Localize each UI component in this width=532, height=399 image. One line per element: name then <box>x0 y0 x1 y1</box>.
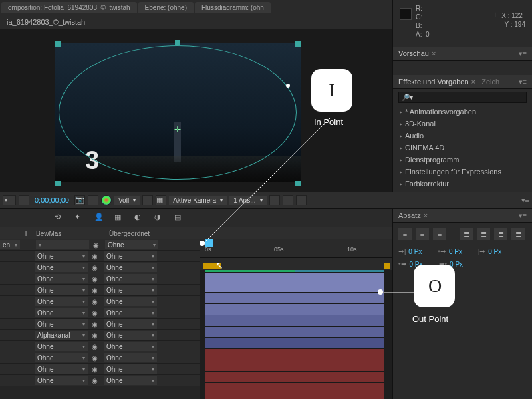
align-left-button[interactable]: ≡ <box>398 228 412 240</box>
layer-row[interactable]: Ohne Ohne <box>0 285 200 296</box>
timecode-display[interactable]: 0;00;00;00 <box>32 196 72 204</box>
time-ruler[interactable]: 0s 05s 10s <box>200 239 392 258</box>
panel-menu-icon[interactable]: ▾≡ <box>521 196 529 205</box>
effekte-panel-header[interactable]: Effekte und Vorgaben× Zeich ▾≡ <box>393 75 532 89</box>
layer-row[interactable]: Ohne Ohne <box>0 251 200 262</box>
layer-parent-drop[interactable]: Ohne <box>104 342 157 351</box>
track-bar[interactable] <box>205 273 384 281</box>
track-bar[interactable] <box>205 349 384 360</box>
views-select[interactable]: 1 Ans... <box>229 196 266 205</box>
toolbar-button[interactable] <box>283 195 293 205</box>
justify-right-button[interactable]: ≣ <box>494 228 507 240</box>
panel-menu-icon[interactable]: ▾≡ <box>519 49 527 58</box>
work-area-handle[interactable] <box>384 263 390 269</box>
toolbar-button[interactable] <box>19 195 29 205</box>
effect-item[interactable]: CINEMA 4D <box>393 142 532 154</box>
effect-item[interactable]: Einstellungen für Expressions <box>393 166 532 178</box>
track-bar[interactable] <box>205 360 384 372</box>
layer-mode-drop[interactable]: Ohne <box>35 274 88 283</box>
track-bar[interactable] <box>205 327 384 338</box>
close-icon[interactable]: × <box>432 49 436 57</box>
layer-parent-drop[interactable]: Ohne <box>104 297 157 306</box>
layer-mode-drop[interactable] <box>36 240 89 249</box>
layer-mode-drop[interactable]: Ohne <box>35 364 88 374</box>
absatz-panel-header[interactable]: Absatz× ▾≡ <box>393 209 532 223</box>
indent-first-field[interactable]: *⮕0 Px <box>438 248 462 255</box>
tl-icon[interactable]: ✦ <box>74 213 85 223</box>
layer-parent-drop[interactable]: Ohne <box>104 364 157 374</box>
layer-parent-drop[interactable]: Ohne <box>104 285 157 295</box>
tl-icon[interactable]: ⟲ <box>55 213 65 223</box>
layer-mode-drop[interactable]: Ohne <box>35 376 88 385</box>
layer-parent-drop[interactable]: Ohne <box>104 331 157 340</box>
layer-parent-drop[interactable]: Ohne <box>105 240 158 249</box>
close-icon[interactable]: × <box>471 78 475 86</box>
layer-mode-drop[interactable]: Ohne <box>35 342 88 351</box>
tl-icon[interactable]: 👤 <box>94 213 105 223</box>
layer-mode-drop[interactable]: Ohne <box>35 353 88 362</box>
track-bar[interactable] <box>205 394 384 399</box>
mask-handle[interactable] <box>295 41 301 47</box>
channels-icon[interactable] <box>101 195 112 205</box>
align-right-button[interactable]: ≡ <box>433 228 446 240</box>
eye-icon[interactable] <box>92 252 100 260</box>
panel-menu-icon[interactable]: ▾≡ <box>519 211 527 220</box>
layer-label-drop[interactable]: en <box>0 240 20 249</box>
track-bar[interactable] <box>205 383 384 394</box>
layer-parent-drop[interactable]: Ohne <box>104 319 157 329</box>
layer-row[interactable]: Ohne Ohne <box>0 375 200 386</box>
layer-row[interactable]: Ohne Ohne <box>0 364 200 375</box>
align-center-button[interactable]: ≡ <box>416 228 429 240</box>
layer-row[interactable]: en Ohne <box>0 239 200 251</box>
layer-parent-drop[interactable]: Ohne <box>104 353 157 362</box>
ebene-tab[interactable]: Ebene: (ohne) <box>138 2 194 13</box>
tl-icon[interactable]: ▦ <box>114 213 125 223</box>
layer-row[interactable]: Ohne Ohne <box>0 319 200 330</box>
eye-icon[interactable] <box>92 331 100 339</box>
track-bar[interactable] <box>205 338 384 349</box>
track-bar[interactable] <box>205 281 384 293</box>
layer-row[interactable]: Alphakanal Ohne <box>0 330 200 341</box>
layer-parent-drop[interactable]: Ohne <box>104 308 157 317</box>
eye-icon[interactable] <box>92 342 100 350</box>
eye-icon[interactable] <box>92 320 100 328</box>
layer-parent-drop[interactable]: Ohne <box>104 251 157 261</box>
eye-icon[interactable] <box>92 354 100 362</box>
camera-select[interactable]: Aktive Kamera <box>169 196 227 205</box>
eye-icon[interactable] <box>92 376 100 384</box>
eye-icon[interactable] <box>92 286 100 294</box>
eye-icon[interactable] <box>92 365 100 373</box>
tl-icon[interactable]: ◐ <box>134 213 145 223</box>
layer-mode-drop[interactable]: Alphakanal <box>35 331 88 340</box>
track-bar[interactable] <box>205 315 384 327</box>
effect-item[interactable]: * Animationsvorgaben <box>393 106 532 118</box>
snapshot-icon[interactable]: 📷 <box>74 195 85 205</box>
layer-mode-drop[interactable]: Ohne <box>35 285 88 295</box>
layer-row[interactable]: Ohne Ohne <box>0 262 200 273</box>
mask-handle[interactable] <box>55 41 61 47</box>
tl-icon[interactable]: ◑ <box>154 213 165 223</box>
layer-row[interactable]: Ohne Ohne <box>0 307 200 319</box>
eye-icon[interactable] <box>92 309 100 317</box>
vorschau-panel-header[interactable]: Vorschau× ▾≡ <box>393 47 532 61</box>
track-bar[interactable] <box>205 372 384 383</box>
panel-menu-icon[interactable]: ▾≡ <box>519 78 527 86</box>
layer-row[interactable]: Ohne Ohne <box>0 352 200 364</box>
toolbar-button[interactable] <box>296 195 307 205</box>
tl-icon[interactable]: ▤ <box>174 213 185 223</box>
layer-row[interactable]: Ohne Ohne <box>0 341 200 352</box>
layer-parent-drop[interactable]: Ohne <box>104 274 157 283</box>
eye-icon[interactable] <box>93 241 101 249</box>
close-icon[interactable]: × <box>424 211 428 219</box>
effect-item[interactable]: Dienstprogramm <box>393 154 532 166</box>
resolution-select[interactable]: Voll <box>114 196 140 205</box>
justify-all-button[interactable]: ≣ <box>511 228 525 240</box>
layer-mode-drop[interactable]: Ohne <box>35 308 88 317</box>
eye-icon[interactable] <box>92 297 100 305</box>
layer-parent-drop[interactable]: Ohne <box>104 263 157 272</box>
indent-left-field[interactable]: ⮕|0 Px <box>398 248 422 255</box>
effect-item[interactable]: Farbkorrektur <box>393 178 532 190</box>
effect-item[interactable]: Audio <box>393 130 532 142</box>
mask-handle[interactable] <box>55 181 61 186</box>
layer-mode-drop[interactable]: Ohne <box>35 319 88 329</box>
